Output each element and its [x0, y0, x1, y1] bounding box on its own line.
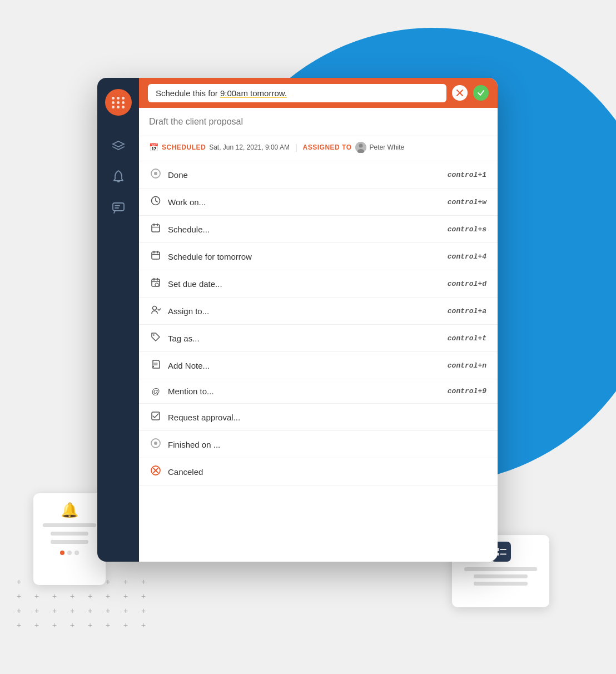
schedule-tomorrow-icon — [150, 250, 161, 262]
mention-icon: @ — [150, 386, 161, 396]
menu-list: Done control+1 Work on... control+w — [139, 161, 498, 562]
scheduled-meta: 📅 SCHEDULED Sat, Jun 12, 2021, 9:00 AM — [149, 143, 290, 152]
svg-rect-19 — [152, 252, 160, 259]
sidebar — [97, 78, 139, 562]
menu-label-due-date: Set due date... — [168, 279, 222, 289]
assigned-label: ASSIGNED TO — [303, 143, 352, 151]
notification-card: 🔔 — [33, 493, 106, 585]
shortcut-schedule: control+s — [448, 225, 486, 234]
menu-item-finished-on[interactable]: Finished on ... — [139, 431, 498, 458]
done-icon — [150, 168, 161, 181]
menu-item-mention[interactable]: @ Mention to... control+9 — [139, 379, 498, 404]
schedule-bar: Schedule this for 9:00am tomorrow. — [139, 78, 498, 108]
schedule-text-prefix: Schedule this for — [156, 88, 220, 98]
add-note-icon — [150, 359, 161, 371]
confirm-button[interactable] — [473, 85, 489, 101]
task-title-input[interactable] — [149, 117, 488, 127]
task-title-area — [139, 108, 498, 136]
meta-bar: 📅 SCHEDULED Sat, Jun 12, 2021, 9:00 AM |… — [139, 136, 498, 161]
notif-line-2 — [51, 532, 89, 536]
menu-item-assign[interactable]: Assign to... control+a — [139, 298, 498, 325]
svg-point-10 — [359, 144, 362, 148]
avatar — [355, 142, 366, 153]
cancel-button[interactable] — [452, 85, 468, 101]
assigned-name: Peter White — [370, 143, 405, 151]
tag-icon — [150, 332, 161, 344]
scheduled-label: SCHEDULED — [162, 143, 206, 151]
notification-bell-icon: 🔔 — [61, 502, 78, 519]
main-area: Schedule this for 9:00am tomorrow. 📅 SCH… — [139, 78, 498, 562]
schedule-icon — [150, 223, 161, 235]
menu-label-canceled: Canceled — [168, 467, 203, 477]
assign-icon — [150, 305, 161, 317]
sidebar-logo — [105, 89, 132, 116]
svg-point-28 — [153, 306, 157, 310]
menu-label-mention: Mention to... — [168, 386, 214, 396]
shortcut-schedule-tomorrow: control+4 — [448, 252, 486, 261]
shortcut-due-date: control+d — [448, 280, 486, 288]
svg-rect-4 — [113, 203, 124, 211]
request-approval-icon — [150, 411, 161, 423]
checklist-line-3 — [474, 582, 527, 586]
sidebar-item-layers[interactable] — [105, 132, 132, 159]
notif-line-1 — [43, 523, 96, 527]
menu-item-tag[interactable]: Tag as... control+t — [139, 325, 498, 352]
svg-point-34 — [154, 442, 157, 445]
menu-item-request-approval[interactable]: Request approval... — [139, 404, 498, 431]
menu-label-schedule: Schedule... — [168, 225, 210, 234]
svg-point-13 — [154, 172, 157, 175]
menu-label-add-note: Add Note... — [168, 361, 210, 370]
notif-line-3 — [51, 540, 89, 544]
canceled-icon — [150, 465, 161, 478]
shortcut-assign: control+a — [448, 307, 486, 315]
menu-label-request-approval: Request approval... — [168, 413, 240, 422]
menu-item-add-note[interactable]: Add Note... control+n — [139, 352, 498, 379]
menu-label-work-on: Work on... — [168, 197, 206, 207]
menu-item-due-date[interactable]: Set due date... control+d — [139, 270, 498, 298]
checklist-line-2 — [474, 574, 527, 578]
meta-divider: | — [295, 143, 297, 152]
assigned-meta: ASSIGNED TO Peter White — [303, 142, 405, 153]
menu-label-done: Done — [168, 170, 188, 180]
svg-point-29 — [153, 334, 154, 335]
shortcut-work-on: control+w — [448, 198, 486, 206]
shortcut-done: control+1 — [448, 171, 486, 179]
checklist-line-1 — [464, 567, 537, 571]
notif-dots — [60, 551, 79, 555]
dot-1 — [60, 551, 64, 555]
menu-label-assign: Assign to... — [168, 306, 209, 316]
scheduled-date: Sat, Jun 12, 2021, 9:00 AM — [209, 143, 290, 151]
sidebar-item-notifications[interactable] — [105, 163, 132, 190]
shortcut-add-note: control+n — [448, 361, 486, 370]
dot-2 — [67, 551, 72, 555]
svg-rect-15 — [152, 225, 160, 232]
due-date-icon — [150, 277, 161, 290]
menu-label-finished-on: Finished on ... — [168, 440, 220, 449]
menu-label-schedule-tomorrow: Schedule for tomorrow — [168, 252, 252, 261]
menu-item-canceled[interactable]: Canceled — [139, 458, 498, 485]
calendar-icon: 📅 — [149, 143, 158, 152]
menu-item-work-on[interactable]: Work on... control+w — [139, 189, 498, 216]
dot-3 — [74, 551, 79, 555]
menu-label-tag: Tag as... — [168, 334, 200, 343]
sidebar-item-messages[interactable] — [105, 195, 132, 221]
app-container: Schedule this for 9:00am tomorrow. 📅 SCH… — [97, 78, 498, 562]
schedule-input[interactable]: Schedule this for 9:00am tomorrow. — [148, 84, 446, 102]
menu-item-schedule[interactable]: Schedule... control+s — [139, 216, 498, 243]
menu-item-done[interactable]: Done control+1 — [139, 161, 498, 189]
shortcut-mention: control+9 — [448, 387, 486, 395]
svg-point-27 — [155, 283, 158, 286]
shortcut-tag: control+t — [448, 334, 486, 343]
finished-on-icon — [150, 438, 161, 450]
work-on-icon — [150, 196, 161, 208]
plus-grid-decoration: + + + + + + + + + + + + + + + + + + + + … — [17, 577, 153, 630]
schedule-text-time: 9:00am tomorrow. — [220, 88, 287, 98]
menu-item-schedule-tomorrow[interactable]: Schedule for tomorrow control+4 — [139, 243, 498, 270]
logo-dots — [112, 97, 125, 108]
